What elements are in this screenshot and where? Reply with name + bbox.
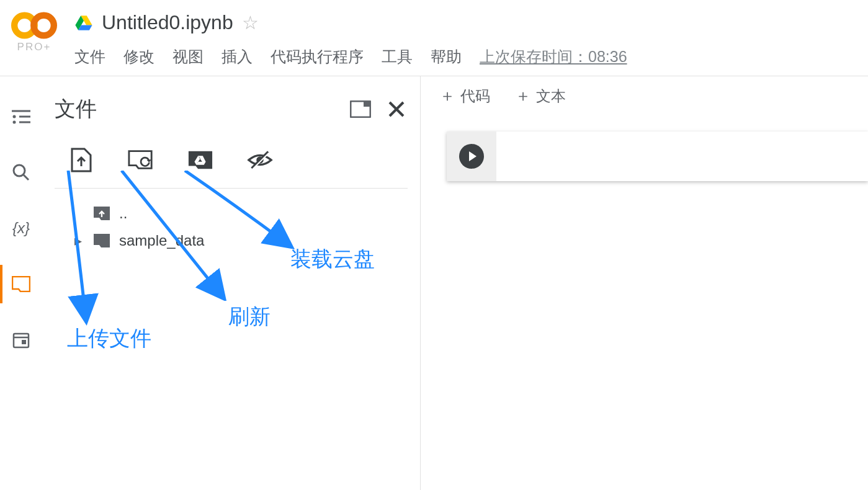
star-icon[interactable]: ☆ bbox=[242, 12, 259, 33]
search-icon[interactable] bbox=[11, 162, 32, 183]
upload-file-icon[interactable] bbox=[68, 147, 94, 173]
colab-logo-icon bbox=[11, 11, 57, 40]
add-code-label: 代码 bbox=[460, 86, 490, 106]
files-icon[interactable] bbox=[11, 274, 32, 295]
pro-plus-label: PRO+ bbox=[17, 41, 51, 53]
menu-help[interactable]: 帮助 bbox=[431, 47, 462, 67]
close-icon[interactable] bbox=[385, 98, 408, 120]
title-area: Untitled0.ipynb ☆ 文件 修改 视图 插入 代码执行程序 工具 … bbox=[74, 0, 868, 67]
run-cell-area bbox=[447, 131, 496, 181]
nav-rail: {x} bbox=[0, 76, 42, 490]
mount-drive-icon[interactable] bbox=[187, 147, 213, 173]
play-icon bbox=[469, 151, 477, 161]
add-text-label: 文本 bbox=[536, 86, 566, 106]
svg-point-7 bbox=[14, 165, 25, 176]
svg-point-1 bbox=[34, 16, 54, 36]
annotation-mount: 装载云盘 bbox=[290, 245, 375, 274]
variables-icon[interactable]: {x} bbox=[11, 218, 32, 239]
new-window-icon[interactable] bbox=[349, 98, 372, 120]
menu-file[interactable]: 文件 bbox=[74, 47, 105, 67]
svg-point-5 bbox=[13, 121, 16, 124]
main-area: ＋代码 ＋文本 bbox=[421, 76, 868, 490]
insert-buttons-row: ＋代码 ＋文本 bbox=[421, 85, 868, 107]
menu-insert[interactable]: 插入 bbox=[221, 47, 253, 67]
google-drive-icon bbox=[74, 15, 93, 31]
refresh-folder-icon[interactable] bbox=[128, 147, 154, 173]
svg-rect-9 bbox=[14, 334, 29, 347]
logo-area: PRO+ bbox=[11, 11, 57, 53]
run-button[interactable] bbox=[459, 144, 484, 169]
svg-line-8 bbox=[24, 175, 29, 180]
menu-tools[interactable]: 工具 bbox=[382, 47, 413, 67]
save-status[interactable]: 上次保存时间：08:36 bbox=[480, 47, 627, 67]
menu-edit[interactable]: 修改 bbox=[123, 47, 154, 67]
svg-rect-11 bbox=[22, 340, 26, 344]
menu-view[interactable]: 视图 bbox=[172, 47, 204, 67]
calendar-icon[interactable] bbox=[11, 329, 32, 350]
menu-bar: 文件 修改 视图 插入 代码执行程序 工具 帮助 上次保存时间：08:36 bbox=[74, 47, 868, 67]
svg-point-3 bbox=[13, 115, 16, 118]
file-panel: 文件 bbox=[42, 76, 421, 490]
toc-icon[interactable] bbox=[11, 106, 32, 127]
svg-rect-13 bbox=[364, 101, 370, 107]
panel-title: 文件 bbox=[55, 95, 97, 123]
doc-title[interactable]: Untitled0.ipynb bbox=[102, 11, 233, 34]
body: {x} 文件 bbox=[0, 76, 868, 490]
hidden-files-icon[interactable] bbox=[247, 147, 273, 173]
annotation-upload: 上传文件 bbox=[67, 324, 151, 353]
code-cell[interactable] bbox=[447, 131, 868, 181]
menu-runtime[interactable]: 代码执行程序 bbox=[271, 47, 364, 67]
arrow-annotation-icon bbox=[179, 171, 303, 251]
add-code-button[interactable]: ＋代码 bbox=[439, 85, 490, 107]
annotation-refresh: 刷新 bbox=[228, 303, 271, 331]
add-text-button[interactable]: ＋文本 bbox=[515, 85, 566, 107]
arrow-annotation-icon bbox=[56, 171, 99, 326]
header: PRO+ Untitled0.ipynb ☆ 文件 修改 视图 插入 代码执行程… bbox=[0, 0, 868, 76]
